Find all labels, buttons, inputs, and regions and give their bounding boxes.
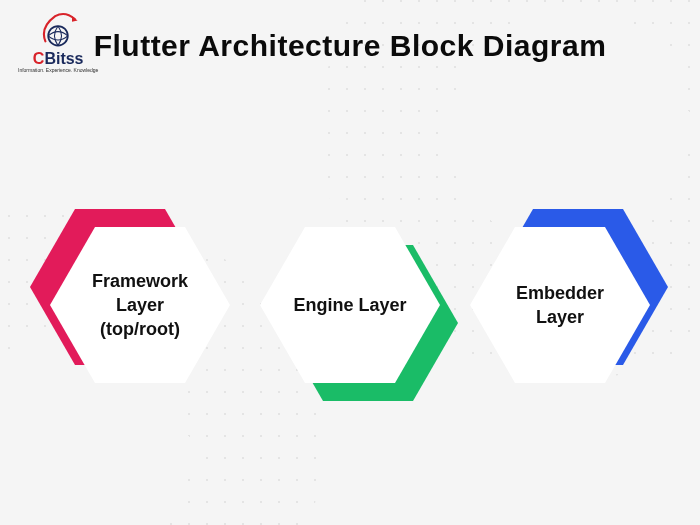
diagram-title: Flutter Architecture Block Diagram (0, 26, 700, 65)
hexagon-label: Framework Layer (top/root) (50, 269, 230, 342)
hexagon-label: Embedder Layer (470, 281, 650, 330)
brand-tagline: Information. Experience. Knowledge (18, 67, 98, 73)
hexagon-engine-layer: Engine Layer (254, 215, 446, 395)
hexagon-framework-layer: Framework Layer (top/root) (44, 215, 236, 395)
hexagon-label: Engine Layer (265, 293, 434, 317)
hexagon-embedder-layer: Embedder Layer (464, 215, 656, 395)
svg-marker-1 (72, 16, 78, 22)
hexagon-row: Framework Layer (top/root) Engine Layer … (0, 215, 700, 395)
